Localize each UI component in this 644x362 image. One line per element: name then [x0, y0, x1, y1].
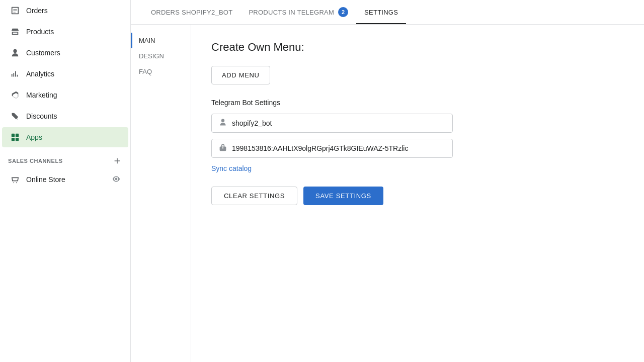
online-store-visibility-icon[interactable]: [112, 175, 120, 185]
sidebar-item-analytics-label: Analytics: [26, 70, 54, 78]
sales-channels-section: SALES CHANNELS: [0, 148, 130, 169]
add-menu-button[interactable]: ADD MENU: [211, 66, 270, 84]
sidebar-item-orders-label: Orders: [26, 7, 48, 15]
tab-products-in-telegram[interactable]: PRODUCTS IN TELEGRAM 2: [240, 0, 356, 24]
side-nav-design[interactable]: DESIGN: [131, 48, 191, 64]
lock-icon: [219, 143, 227, 153]
save-settings-button[interactable]: SAVE SETTINGS: [303, 187, 383, 205]
tab-settings[interactable]: SETTINGS: [356, 0, 406, 24]
products-icon: [10, 27, 20, 37]
svg-rect-0: [12, 134, 15, 137]
discounts-icon: [10, 111, 20, 121]
sidebar-item-discounts-label: Discounts: [26, 112, 57, 120]
side-nav-faq[interactable]: FAQ: [131, 64, 191, 79]
tab-settings-label: SETTINGS: [364, 9, 398, 16]
add-sales-channel-icon[interactable]: [112, 156, 122, 166]
side-nav-faq-label: FAQ: [139, 68, 152, 75]
sidebar-item-apps[interactable]: Apps: [2, 127, 128, 147]
online-store-icon: [10, 174, 20, 185]
svg-rect-1: [16, 134, 19, 137]
user-icon: [219, 118, 227, 128]
tab-orders-shopify2-bot[interactable]: ORDERS SHOPIFY2_BOT: [143, 0, 240, 24]
orders-icon: [10, 6, 20, 16]
settings-content: Create Own Menu: ADD MENU Telegram Bot S…: [191, 25, 644, 362]
tab-orders-label: ORDERS SHOPIFY2_BOT: [151, 9, 232, 16]
svg-rect-2: [12, 138, 15, 141]
bot-name-input[interactable]: [232, 119, 445, 127]
api-token-input[interactable]: [232, 144, 445, 152]
sidebar-item-marketing-label: Marketing: [26, 91, 57, 99]
analytics-icon: [10, 69, 20, 79]
api-token-field: [211, 139, 453, 158]
marketing-icon: [10, 90, 20, 100]
sync-catalog-link[interactable]: Sync catalog: [211, 164, 252, 172]
sidebar-item-marketing[interactable]: Marketing: [2, 85, 128, 105]
sidebar-item-products[interactable]: Products: [2, 22, 128, 42]
sidebar-item-customers[interactable]: Customers: [2, 43, 128, 63]
tabs-bar: ORDERS SHOPIFY2_BOT PRODUCTS IN TELEGRAM…: [131, 0, 644, 25]
side-nav-main-label: MAIN: [139, 37, 155, 44]
tab-products-badge: 2: [338, 7, 348, 17]
main-content: ORDERS SHOPIFY2_BOT PRODUCTS IN TELEGRAM…: [131, 0, 644, 362]
apps-icon: [10, 132, 20, 142]
sidebar-item-apps-label: Apps: [26, 133, 42, 141]
sales-channels-label: SALES CHANNELS: [8, 158, 63, 164]
customers-icon: [10, 48, 20, 58]
bot-name-field: [211, 114, 453, 133]
sidebar-item-online-store[interactable]: Online Store: [2, 169, 128, 190]
clear-settings-button[interactable]: CLEAR SETTINGS: [211, 187, 297, 205]
sidebar-item-orders[interactable]: Orders: [2, 1, 128, 21]
sidebar-item-discounts[interactable]: Discounts: [2, 106, 128, 126]
sidebar-item-products-label: Products: [26, 28, 54, 36]
action-buttons: CLEAR SETTINGS SAVE SETTINGS: [211, 187, 624, 205]
svg-rect-3: [16, 138, 19, 141]
side-nav: MAIN DESIGN FAQ: [131, 25, 191, 362]
sidebar-item-online-store-label: Online Store: [26, 175, 65, 184]
sidebar-item-analytics[interactable]: Analytics: [2, 64, 128, 84]
side-nav-main[interactable]: MAIN: [131, 33, 191, 48]
sidebar: Orders Products Customers Analytics Mark…: [0, 0, 131, 362]
sidebar-item-customers-label: Customers: [26, 49, 60, 57]
side-nav-design-label: DESIGN: [139, 52, 164, 60]
tab-products-label: PRODUCTS IN TELEGRAM: [249, 9, 334, 16]
page-title: Create Own Menu:: [211, 41, 624, 54]
bot-settings-title: Telegram Bot Settings: [211, 99, 624, 107]
content-panel: MAIN DESIGN FAQ Create Own Menu: ADD MEN…: [131, 25, 644, 362]
